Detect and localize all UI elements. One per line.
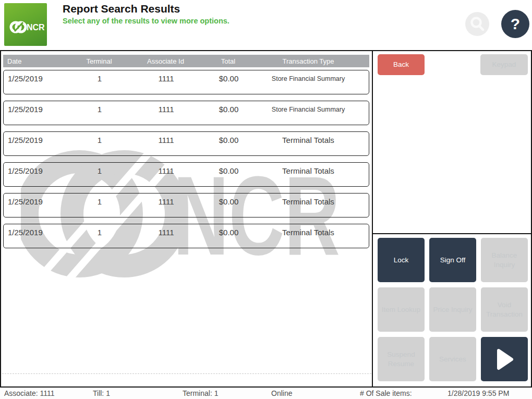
logo-text: NCR — [27, 23, 45, 32]
help-button[interactable]: ? — [501, 10, 529, 38]
page-title: Report Search Results — [63, 3, 180, 15]
left-edge-line — [0, 51, 1, 386]
cell-date: 1/25/2019 — [4, 136, 77, 155]
side-panel-divider — [372, 233, 532, 234]
services-button: Services — [429, 337, 476, 381]
cell-terminal: 1 — [77, 105, 123, 125]
column-header: Transaction Type — [247, 57, 369, 65]
cell-associate-id: 1111 — [123, 136, 210, 155]
app-header: NCR Report Search Results Select any of … — [0, 0, 532, 50]
back-button[interactable]: Back — [378, 54, 425, 75]
ncr-logo: NCR — [4, 3, 47, 46]
column-header: Total — [209, 57, 247, 65]
cell-date: 1/25/2019 — [4, 197, 77, 217]
cell-date: 1/25/2019 — [4, 228, 77, 248]
table-row[interactable]: 1/25/201911111$0.00Terminal Totals — [3, 193, 369, 217]
keypad-button: Keypad — [480, 54, 528, 75]
cell-transaction-type: Store Financial Summary — [248, 74, 369, 94]
column-header: Date — [3, 57, 76, 65]
cell-date: 1/25/2019 — [4, 74, 77, 94]
header-divider — [0, 50, 532, 51]
balance-inquiry-button: Balance Inquiry — [481, 238, 528, 282]
cell-date: 1/25/2019 — [4, 105, 77, 125]
dotted-separator — [2, 373, 371, 374]
cell-transaction-type: Terminal Totals — [248, 166, 369, 186]
sign-off-button[interactable]: Sign Off — [429, 238, 476, 282]
lock-button[interactable]: Lock — [378, 238, 425, 282]
cell-total: $0.00 — [210, 105, 248, 125]
cell-total: $0.00 — [210, 197, 248, 217]
cell-associate-id: 1111 — [123, 197, 210, 217]
cell-associate-id: 1111 — [123, 228, 210, 248]
table-row[interactable]: 1/25/201911111$0.00Terminal Totals — [3, 224, 369, 248]
cell-transaction-type: Terminal Totals — [248, 228, 369, 248]
status-sale-items: # Of Sale items: — [360, 389, 412, 397]
cell-transaction-type: Terminal Totals — [248, 136, 369, 155]
table-row[interactable]: 1/25/201911111$0.00Terminal Totals — [3, 162, 369, 187]
cell-associate-id: 1111 — [123, 166, 210, 186]
status-terminal: Terminal: 1 — [183, 389, 218, 397]
search-button — [465, 12, 489, 36]
column-header: Terminal — [76, 57, 122, 65]
next-page-button[interactable] — [481, 337, 528, 381]
cell-total: $0.00 — [210, 166, 248, 186]
cell-terminal: 1 — [77, 136, 123, 155]
cell-associate-id: 1111 — [123, 105, 210, 125]
item-lookup-button: Item Lookup — [378, 287, 425, 332]
void-transaction-button: Void Transaction — [481, 287, 528, 332]
cell-total: $0.00 — [210, 74, 248, 94]
status-associate: Associate: 1111 — [4, 389, 55, 397]
status-datetime: 1/28/2019 9:55 PM — [448, 389, 509, 397]
cell-terminal: 1 — [77, 228, 123, 248]
cell-transaction-type: Terminal Totals — [248, 197, 369, 217]
table-row[interactable]: 1/25/201911111$0.00Store Financial Summa… — [3, 101, 369, 125]
results-table: DateTerminalAssociate IdTotalTransaction… — [3, 55, 369, 255]
play-arrow-icon — [494, 347, 515, 371]
cell-associate-id: 1111 — [123, 74, 210, 94]
cell-total: $0.00 — [210, 228, 248, 248]
search-icon — [467, 14, 488, 34]
cell-terminal: 1 — [77, 166, 123, 186]
status-bar: Associate: 1111 Till: 1 Terminal: 1 Onli… — [0, 386, 532, 399]
column-header: Associate Id — [122, 57, 209, 65]
cell-total: $0.00 — [210, 136, 248, 155]
page-subtitle: Select any of the results to view more o… — [63, 17, 229, 25]
price-inquiry-button: Price Inquiry — [429, 287, 476, 332]
function-grid: LockSign OffBalance InquiryItem LookupPr… — [378, 238, 528, 381]
table-body: 1/25/201911111$0.00Store Financial Summa… — [3, 70, 369, 248]
question-mark-icon: ? — [511, 15, 520, 33]
ncr-logo-icon: NCR — [4, 3, 47, 46]
status-till: Till: 1 — [93, 389, 110, 397]
cell-date: 1/25/2019 — [4, 166, 77, 186]
cell-transaction-type: Store Financial Summary — [248, 105, 369, 125]
table-header-row: DateTerminalAssociate IdTotalTransaction… — [3, 55, 369, 67]
cell-terminal: 1 — [77, 74, 123, 94]
table-row[interactable]: 1/25/201911111$0.00Terminal Totals — [3, 131, 369, 156]
cell-terminal: 1 — [77, 197, 123, 217]
content-panel-divider — [372, 51, 373, 386]
status-connection: Online — [271, 389, 292, 397]
suspend-resume-button: Suspend Resume — [378, 337, 425, 381]
table-row[interactable]: 1/25/201911111$0.00Store Financial Summa… — [3, 70, 369, 94]
